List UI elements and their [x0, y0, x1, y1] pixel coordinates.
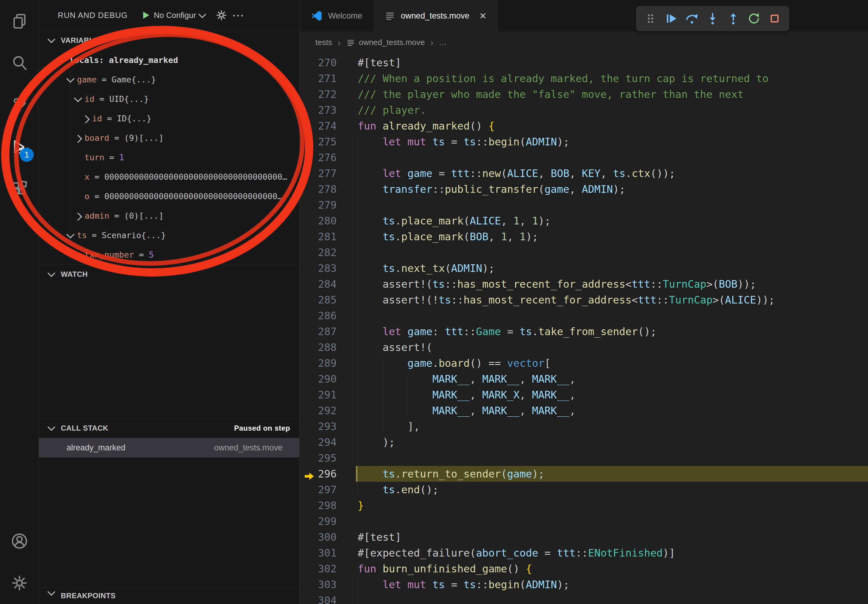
code-text[interactable]: let mut ts = ts::begin(ADMIN);	[358, 134, 868, 150]
gutter[interactable]: 275	[299, 136, 358, 148]
gutter[interactable]: 270	[299, 57, 358, 69]
settings-gear-icon[interactable]	[0, 562, 39, 604]
restart-icon[interactable]	[745, 9, 763, 28]
explorer-icon[interactable]	[0, 0, 39, 42]
gutter[interactable]: 301	[299, 547, 358, 559]
code-text[interactable]: MARK__, MARK_X, MARK__,	[358, 387, 868, 403]
gutter[interactable]: 294	[299, 436, 358, 448]
gutter[interactable]: 288	[299, 341, 358, 353]
gutter[interactable]: 293	[299, 420, 358, 432]
gutter[interactable]: 295	[299, 452, 358, 464]
variable-row[interactable]: o = 00000000000000000000000000000000000…	[39, 186, 299, 206]
gutter[interactable]: 280	[299, 215, 358, 227]
gutter[interactable]: 272	[299, 88, 358, 101]
code-text[interactable]: game.board() == vector[	[358, 355, 868, 371]
code-text[interactable]: ],	[358, 418, 868, 434]
gutter[interactable]: 282	[299, 246, 358, 259]
gutter[interactable]: 287	[299, 325, 358, 338]
gutter[interactable]: 283	[299, 262, 358, 274]
variable-row[interactable]: turn = 1	[39, 147, 299, 167]
gutter[interactable]: 299	[299, 515, 358, 527]
code-text[interactable]	[358, 450, 868, 466]
code-text[interactable]: transfer::public_transfer(game, ADMIN);	[358, 181, 868, 197]
gutter[interactable]: 284	[299, 278, 358, 290]
gutter[interactable]: 276	[299, 152, 358, 164]
code-lines[interactable]: 270#[test]271/// When a position is alre…	[299, 53, 868, 604]
breadcrumb-file[interactable]: owned_tests.move	[346, 38, 425, 47]
code-text[interactable]: }	[358, 497, 868, 513]
code-text[interactable]: assert!(!ts::has_most_recent_for_address…	[358, 292, 868, 308]
gutter[interactable]: 277	[299, 167, 358, 180]
call-stack-section-header[interactable]: CALL STACK Paused on step	[39, 418, 299, 438]
step-into-icon[interactable]	[704, 9, 722, 28]
code-text[interactable]: MARK__, MARK__, MARK__,	[358, 403, 868, 418]
gutter[interactable]: 300	[299, 531, 358, 543]
variable-row[interactable]: board = (9)[...]	[39, 128, 299, 147]
code-text[interactable]: ts.place_mark(ALICE, 1, 1);	[358, 213, 868, 229]
step-over-icon[interactable]	[683, 9, 701, 28]
step-out-icon[interactable]	[724, 9, 742, 28]
chevron-down-icon[interactable]	[56, 53, 69, 67]
drag-handle-icon[interactable]	[642, 9, 660, 28]
gutter[interactable]: 289	[299, 357, 358, 369]
code-text[interactable]: let mut ts = ts::begin(ADMIN);	[358, 577, 868, 592]
more-actions-icon[interactable]: ⋯	[232, 8, 245, 22]
tab-owned-tests[interactable]: owned_tests.move ✕	[374, 0, 498, 32]
breadcrumb-tests[interactable]: tests	[315, 38, 332, 47]
code-text[interactable]: );	[358, 434, 868, 450]
stop-icon[interactable]	[766, 9, 784, 28]
code-text[interactable]: assert!(	[358, 339, 868, 355]
code-text[interactable]: #[test]	[358, 529, 868, 545]
gutter[interactable]: 302	[299, 563, 358, 575]
code-text[interactable]: ts.place_mark(BOB, 1, 1);	[358, 229, 868, 245]
code-text[interactable]: /// the player who made the "false" move…	[358, 87, 868, 102]
gutter[interactable]: 290	[299, 373, 358, 385]
variables-scope-row[interactable]: locals: already_marked	[39, 50, 299, 70]
gutter[interactable]: 274	[299, 120, 358, 132]
code-text[interactable]: /// When a position is already marked, t…	[358, 71, 868, 87]
accounts-icon[interactable]	[0, 520, 39, 562]
gutter[interactable]: 292	[299, 404, 358, 417]
gutter[interactable]: 281	[299, 231, 358, 243]
code-text[interactable]: #[test]	[358, 55, 868, 71]
code-text[interactable]: ts.return_to_sender(game);	[356, 466, 868, 482]
code-text[interactable]	[358, 513, 868, 529]
breakpoints-section-header[interactable]: BREAKPOINTS	[39, 588, 299, 604]
call-stack-frame[interactable]: already_marked owned_tests.move	[39, 438, 299, 457]
variable-row[interactable]: admin = (0)[...]	[39, 206, 299, 225]
variable-row[interactable]: ts = Scenario{...}	[39, 225, 299, 245]
chevron-right-icon[interactable]	[79, 112, 92, 125]
variable-row[interactable]: game = Game{...}	[39, 70, 299, 89]
debug-config-dropdown[interactable]: No Configur	[141, 11, 205, 20]
variable-row[interactable]: id = ID{...}	[39, 108, 299, 128]
code-text[interactable]	[358, 308, 868, 324]
gutter[interactable]: 286	[299, 310, 358, 322]
chevron-down-icon[interactable]	[71, 92, 85, 105]
code-text[interactable]	[358, 150, 868, 166]
chevron-right-icon[interactable]	[71, 131, 85, 144]
breadcrumb-more[interactable]: …	[439, 38, 447, 47]
gutter[interactable]: 273	[299, 104, 358, 116]
code-text[interactable]: fun already_marked() {	[358, 118, 868, 134]
code-text[interactable]: let game = ttt::new(ALICE, BOB, KEY, ts.…	[358, 166, 868, 181]
run-and-debug-icon[interactable]: 1	[0, 126, 39, 168]
gutter[interactable]: 298	[299, 499, 358, 511]
gutter[interactable]: 304	[299, 594, 358, 604]
gutter[interactable]: 297	[299, 483, 358, 496]
code-text[interactable]: /// player.	[358, 102, 868, 118]
code-text[interactable]: #[expected_failure(abort_code = ttt::ENo…	[358, 545, 868, 561]
watch-section-header[interactable]: WATCH	[39, 264, 299, 284]
variable-row[interactable]: x = 000000000000000000000000000000000000…	[39, 167, 299, 186]
debug-settings-gear-icon[interactable]	[213, 7, 230, 24]
code-text[interactable]	[358, 245, 868, 260]
continue-icon[interactable]	[662, 9, 680, 28]
code-text[interactable]: MARK__, MARK__, MARK__,	[358, 371, 868, 387]
search-icon[interactable]	[0, 42, 39, 84]
code-text[interactable]	[358, 592, 868, 604]
code-text[interactable]	[358, 197, 868, 213]
gutter[interactable]: 296	[299, 468, 358, 480]
code-text[interactable]: fun burn_unfinished_game() {	[358, 561, 868, 577]
chevron-right-icon[interactable]	[71, 209, 85, 222]
gutter[interactable]: 303	[299, 578, 358, 591]
code-text[interactable]: ts.end();	[358, 482, 868, 497]
